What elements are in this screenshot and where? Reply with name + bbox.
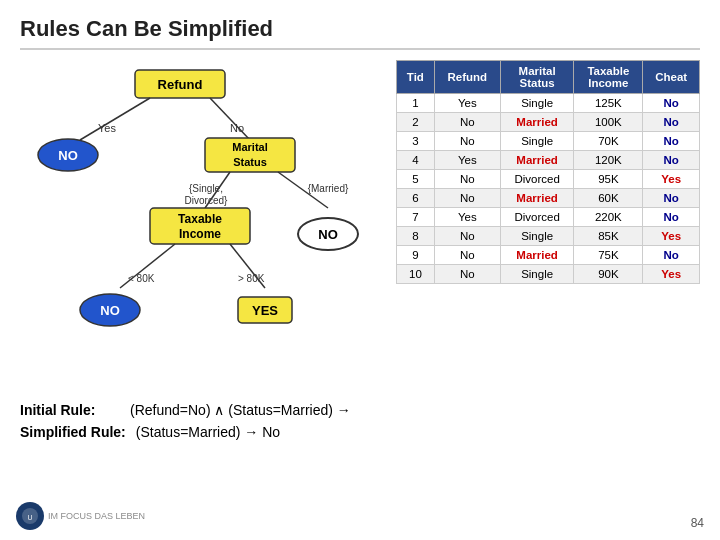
svg-text:Income: Income [179, 227, 221, 241]
cell-tid: 4 [397, 151, 435, 170]
table-row: 9NoMarried75KNo [397, 246, 700, 265]
cell-cheat: Yes [643, 170, 700, 189]
col-tid: Tid [397, 61, 435, 94]
cell-refund: No [434, 246, 500, 265]
svg-text:< 80K: < 80K [128, 273, 155, 284]
col-refund: Refund [434, 61, 500, 94]
table-row: 8NoSingle85KYes [397, 227, 700, 246]
cell-refund: No [434, 170, 500, 189]
cell-cheat: No [643, 246, 700, 265]
cell-taxable: 90K [574, 265, 643, 284]
svg-text:Yes: Yes [98, 122, 116, 134]
diagram-area: Refund Yes No NO Marital Status {Single,… [20, 60, 380, 390]
cell-refund: No [434, 265, 500, 284]
cell-taxable: 100K [574, 113, 643, 132]
main-content: Refund Yes No NO Marital Status {Single,… [20, 60, 700, 390]
cell-tid: 5 [397, 170, 435, 189]
cell-taxable: 120K [574, 151, 643, 170]
cell-cheat: No [643, 189, 700, 208]
svg-text:Marital: Marital [232, 141, 267, 153]
cell-cheat: No [643, 208, 700, 227]
cell-tid: 7 [397, 208, 435, 227]
table-row: 6NoMarried60KNo [397, 189, 700, 208]
data-table: Tid Refund MaritalStatus TaxableIncome C… [396, 60, 700, 284]
cell-cheat: No [643, 113, 700, 132]
svg-text:NO: NO [318, 227, 338, 242]
simplified-rule-formula: (Status=Married) → No [136, 424, 280, 440]
simplified-rule-row: Simplified Rule: (Status=Married) → No [20, 424, 700, 440]
cell-tid: 9 [397, 246, 435, 265]
table-row: 5NoDivorced95KYes [397, 170, 700, 189]
cell-refund: Yes [434, 151, 500, 170]
cell-marital: Married [500, 113, 573, 132]
cell-marital: Divorced [500, 208, 573, 227]
svg-text:> 80K: > 80K [238, 273, 265, 284]
cell-taxable: 75K [574, 246, 643, 265]
cell-tid: 2 [397, 113, 435, 132]
cell-marital: Married [500, 151, 573, 170]
svg-text:NO: NO [58, 148, 78, 163]
cell-taxable: 70K [574, 132, 643, 151]
page-title: Rules Can Be Simplified [20, 16, 700, 50]
table-row: 4YesMarried120KNo [397, 151, 700, 170]
bottom-section: Initial Rule: (Refund=No) ∧ (Status=Marr… [20, 402, 700, 440]
cell-taxable: 60K [574, 189, 643, 208]
cell-refund: Yes [434, 94, 500, 113]
university-logo: U [16, 502, 44, 530]
cell-refund: No [434, 189, 500, 208]
cell-cheat: Yes [643, 265, 700, 284]
simplified-rule-label: Simplified Rule: [20, 424, 126, 440]
svg-text:Status: Status [233, 156, 267, 168]
col-marital: MaritalStatus [500, 61, 573, 94]
decision-tree-diagram: Refund Yes No NO Marital Status {Single,… [20, 60, 380, 390]
svg-text:U: U [27, 514, 32, 521]
cell-cheat: Yes [643, 227, 700, 246]
cell-marital: Divorced [500, 170, 573, 189]
svg-text:{Married}: {Married} [308, 183, 349, 194]
table-row: 3NoSingle70KNo [397, 132, 700, 151]
cell-tid: 3 [397, 132, 435, 151]
table-row: 7YesDivorced220KNo [397, 208, 700, 227]
cell-taxable: 220K [574, 208, 643, 227]
cell-marital: Married [500, 189, 573, 208]
cell-taxable: 125K [574, 94, 643, 113]
cell-cheat: No [643, 151, 700, 170]
cell-refund: No [434, 227, 500, 246]
cell-marital: Single [500, 132, 573, 151]
cell-marital: Single [500, 265, 573, 284]
cell-cheat: No [643, 94, 700, 113]
table-row: 2NoMarried100KNo [397, 113, 700, 132]
initial-rule-label: Initial Rule: [20, 402, 120, 418]
svg-text:Taxable: Taxable [178, 212, 222, 226]
col-taxable: TaxableIncome [574, 61, 643, 94]
page-number: 84 [691, 516, 704, 530]
cell-tid: 1 [397, 94, 435, 113]
table-area: Tid Refund MaritalStatus TaxableIncome C… [396, 60, 700, 390]
page-container: Rules Can Be Simplified Refund Yes No NO… [0, 0, 720, 540]
cell-marital: Married [500, 246, 573, 265]
svg-text:Refund: Refund [158, 77, 203, 92]
cell-taxable: 95K [574, 170, 643, 189]
svg-text:YES: YES [252, 303, 278, 318]
cell-refund: Yes [434, 208, 500, 227]
col-cheat: Cheat [643, 61, 700, 94]
cell-cheat: No [643, 132, 700, 151]
logo-text: IM FOCUS DAS LEBEN [48, 511, 145, 521]
table-row: 10NoSingle90KYes [397, 265, 700, 284]
svg-text:No: No [230, 122, 244, 134]
cell-refund: No [434, 113, 500, 132]
cell-marital: Single [500, 94, 573, 113]
table-row: 1YesSingle125KNo [397, 94, 700, 113]
cell-taxable: 85K [574, 227, 643, 246]
svg-text:Divorced}: Divorced} [185, 195, 228, 206]
cell-tid: 6 [397, 189, 435, 208]
cell-tid: 10 [397, 265, 435, 284]
svg-text:NO: NO [100, 303, 120, 318]
cell-tid: 8 [397, 227, 435, 246]
initial-rule-formula: (Refund=No) ∧ (Status=Married) → [130, 402, 351, 418]
logo-area: U IM FOCUS DAS LEBEN [16, 502, 145, 530]
cell-marital: Single [500, 227, 573, 246]
initial-rule-row: Initial Rule: (Refund=No) ∧ (Status=Marr… [20, 402, 700, 418]
cell-refund: No [434, 132, 500, 151]
